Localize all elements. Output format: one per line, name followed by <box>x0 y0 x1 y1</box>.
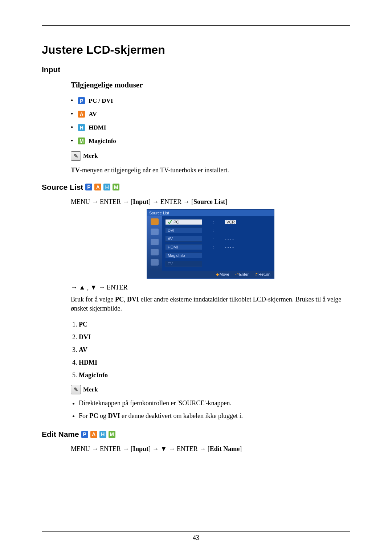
p-icon: P <box>85 184 92 190</box>
edit-name-body: MENU → ENTER → [Input] → ▼ → ENTER → [Ed… <box>42 445 350 453</box>
p-icon: P <box>81 431 88 438</box>
top-rule <box>42 25 350 26</box>
m-icon: M <box>113 184 119 190</box>
osd-title: Source List <box>147 210 274 216</box>
osd-side-icon <box>151 249 159 255</box>
m-icon: M <box>109 431 115 438</box>
osd-footer-enter: ⏎Enter <box>235 272 249 277</box>
osd-side-icon <box>151 239 159 245</box>
osd-sidebar <box>147 216 162 271</box>
osd-footer-return: ↺Return <box>254 272 270 277</box>
osd-footer: ◆Move ⏎Enter ↺Return <box>147 271 274 278</box>
mode-label: PC / DVI <box>89 97 113 104</box>
source-description: Bruk for å velge PC, DVI eller andre eks… <box>71 295 350 313</box>
numbered-source-list: PC DVI AV HDMI MagicInfo <box>71 321 350 379</box>
m-icon: M <box>78 138 85 144</box>
osd-row: TV <box>165 260 271 267</box>
osd-value: - - - - <box>225 237 234 241</box>
osd-label: MagicInfo <box>165 253 202 258</box>
osd-label: TV <box>165 261 202 267</box>
osd-main: PC : VCR DVI : - - - - AV : - - - - <box>162 216 274 271</box>
mode-label: HDMI <box>89 124 106 131</box>
bottom-rule <box>42 531 350 532</box>
check-icon <box>168 220 172 224</box>
h-icon: H <box>103 184 110 190</box>
page-title: Justere LCD-skjermen <box>42 43 350 57</box>
arrow-nav-line: → ▲ , ▼ → ENTER <box>71 284 350 291</box>
tv-note-rest: -menyen er tilgjengelig når en TV-tunerb… <box>80 167 229 174</box>
list-item: HDMI <box>79 359 350 366</box>
mode-label: AV <box>89 111 97 118</box>
osd-side-icon <box>151 218 159 225</box>
note-icon: ✎ <box>71 151 81 161</box>
note-bullet-list: Direkteknappen på fjernkontrollen er 'SO… <box>71 399 350 420</box>
mode-label: MagicInfo <box>89 138 116 145</box>
osd-label: PC <box>165 219 202 225</box>
osd-screenshot: Source List PC : VCR <box>71 209 350 279</box>
osd-value: VCR <box>225 220 236 224</box>
note-icon: ✎ <box>71 385 81 394</box>
a-icon: A <box>78 111 85 118</box>
osd-panel: Source List PC : VCR <box>147 209 274 279</box>
osd-label: DVI <box>165 227 202 233</box>
section-heading-input: Input <box>42 65 350 74</box>
a-icon: A <box>90 431 97 438</box>
mode-list: P PC / DVI A AV H HDMI M MagicInfo <box>71 97 350 145</box>
list-item: For PC og DVI er denne deaktivert om kab… <box>79 412 350 420</box>
source-list-label: Source List <box>42 183 83 192</box>
osd-value: - - - - <box>225 245 234 249</box>
h-icon: H <box>99 431 106 438</box>
h-icon: H <box>78 124 85 131</box>
section-heading-edit-name: Edit Name P A H M <box>42 430 350 439</box>
edit-name-label: Edit Name <box>42 430 79 439</box>
list-item: PC <box>79 321 350 328</box>
list-item: DVI <box>79 333 350 341</box>
note-heading: ✎ Merk <box>71 151 350 161</box>
note-label: Merk <box>83 152 98 160</box>
osd-row: PC : VCR <box>165 218 271 226</box>
mode-item-pc-dvi: P PC / DVI <box>71 97 350 104</box>
input-section-body: Tilgjengelige moduser P PC / DVI A AV H … <box>42 81 350 175</box>
a-icon: A <box>94 184 101 190</box>
subheading-available-modes: Tilgjengelige moduser <box>71 81 350 90</box>
list-item: MagicInfo <box>79 372 350 379</box>
page-number: 43 <box>0 534 392 542</box>
mode-item-hdmi: H HDMI <box>71 124 350 131</box>
document-page: Justere LCD-skjermen Input Tilgjengelige… <box>0 0 392 554</box>
note-heading: ✎ Merk <box>71 385 350 394</box>
p-icon: P <box>78 97 85 104</box>
source-list-body: MENU → ENTER → [Input] → ENTER → [Source… <box>42 198 350 420</box>
list-item: AV <box>79 346 350 354</box>
osd-label: AV <box>165 236 202 242</box>
edit-name-nav: MENU → ENTER → [Input] → ▼ → ENTER → [Ed… <box>71 445 350 453</box>
osd-side-icon <box>151 229 159 235</box>
tv-note-paragraph: TV-menyen er tilgjengelig når en TV-tune… <box>71 166 350 175</box>
osd-row: HDMI : - - - - <box>165 243 271 251</box>
source-list-nav: MENU → ENTER → [Input] → ENTER → [Source… <box>71 198 350 206</box>
osd-footer-move: ◆Move <box>216 272 229 277</box>
mode-item-magicinfo: M MagicInfo <box>71 137 350 145</box>
tv-bold: TV <box>71 167 80 174</box>
osd-value: - - - - <box>225 228 234 233</box>
osd-row: MagicInfo <box>165 252 271 259</box>
section-heading-source-list: Source List P A H M <box>42 183 350 192</box>
osd-row: DVI : - - - - <box>165 227 271 234</box>
osd-row: AV : - - - - <box>165 235 271 242</box>
mode-item-av: A AV <box>71 110 350 118</box>
note-label: Merk <box>83 386 98 393</box>
list-item: Direkteknappen på fjernkontrollen er 'SO… <box>79 399 350 407</box>
osd-side-icon <box>151 259 159 266</box>
osd-label: HDMI <box>165 244 202 250</box>
